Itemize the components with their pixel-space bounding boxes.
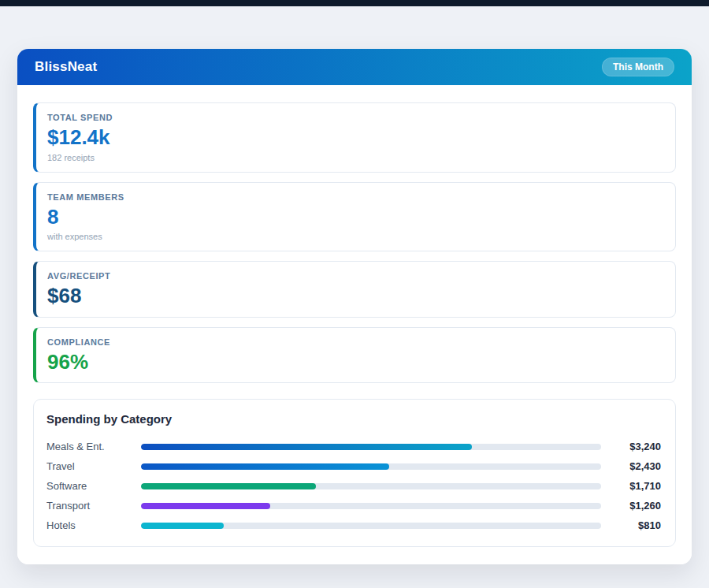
stat-subtext: 182 receipts (47, 153, 663, 162)
category-row-software: Software $1,710 (46, 476, 661, 496)
app-header: BlissNeat This Month (17, 49, 692, 85)
app-body: TOTAL SPEND $12.4k 182 receipts TEAM MEM… (17, 85, 692, 564)
category-label: Travel (46, 460, 133, 472)
stat-value: 96% (47, 351, 663, 374)
stat-value: $68 (47, 285, 663, 307)
category-label: Transport (46, 500, 133, 512)
category-amount: $3,240 (609, 441, 661, 452)
stat-card-total-spend: TOTAL SPEND $12.4k 182 receipts (33, 102, 676, 173)
category-row-travel: Travel $2,430 (46, 456, 661, 476)
spending-by-category-card: Spending by Category Meals & Ent. $3,240… (33, 399, 676, 547)
category-row-hotels: Hotels $810 (46, 515, 661, 535)
period-badge[interactable]: This Month (602, 58, 674, 76)
bar-track (141, 483, 601, 489)
bar-fill-software (141, 483, 316, 489)
top-strip (0, 0, 709, 6)
category-label: Hotels (46, 519, 133, 531)
bar-fill-travel (141, 463, 389, 470)
category-amount: $1,710 (609, 480, 661, 492)
stat-card-team-members: TEAM MEMBERS 8 with expenses (33, 182, 676, 252)
stat-value: $12.4k (47, 126, 663, 149)
stat-label: TEAM MEMBERS (47, 192, 663, 202)
category-amount: $810 (609, 519, 661, 531)
stat-card-avg-receipt: AVG/RECEIPT $68 (33, 261, 676, 318)
stat-label: TOTAL SPEND (47, 113, 663, 122)
stat-label: COMPLIANCE (47, 337, 663, 347)
bar-track (141, 444, 601, 450)
bar-track (141, 523, 601, 529)
bar-fill-hotels (141, 523, 224, 529)
category-amount: $1,260 (609, 500, 661, 512)
category-label: Software (46, 480, 133, 492)
bar-track (141, 463, 601, 470)
stat-subtext: with expenses (47, 232, 663, 241)
bar-fill-meals (141, 444, 472, 450)
dashboard-card: BlissNeat This Month TOTAL SPEND $12.4k … (17, 49, 692, 564)
app-title: BlissNeat (35, 59, 97, 75)
category-row-transport: Transport $1,260 (46, 496, 661, 515)
bar-fill-transport (141, 503, 270, 509)
category-row-meals: Meals & Ent. $3,240 (46, 437, 661, 456)
category-label: Meals & Ent. (46, 441, 133, 452)
bar-track (141, 503, 601, 509)
stat-card-compliance: COMPLIANCE 96% (33, 327, 676, 384)
stat-value: 8 (47, 206, 663, 229)
stat-label: AVG/RECEIPT (47, 271, 663, 281)
category-amount: $2,430 (609, 460, 661, 472)
spending-card-title: Spending by Category (46, 412, 661, 426)
